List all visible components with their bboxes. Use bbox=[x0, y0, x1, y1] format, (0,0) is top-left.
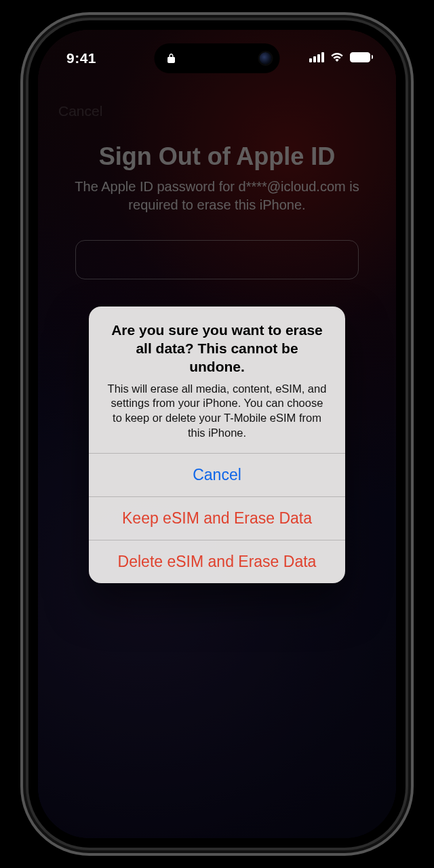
side-button-power bbox=[408, 231, 414, 312]
side-button-volume-down bbox=[20, 278, 26, 332]
device-frame: Cancel Sign Out of Apple ID The Apple ID… bbox=[28, 20, 406, 848]
keep-esim-erase-button[interactable]: Keep eSIM and Erase Data bbox=[89, 496, 345, 540]
delete-esim-erase-button[interactable]: Delete eSIM and Erase Data bbox=[89, 540, 345, 583]
wifi-icon bbox=[330, 52, 344, 62]
battery-icon bbox=[350, 52, 374, 62]
sheet-header: Are you sure you want to erase all data?… bbox=[89, 307, 345, 453]
side-button-silence bbox=[20, 156, 26, 183]
lock-icon bbox=[164, 51, 179, 66]
screen: Cancel Sign Out of Apple ID The Apple ID… bbox=[38, 30, 396, 838]
status-indicators bbox=[309, 52, 374, 62]
erase-confirmation-sheet: Are you sure you want to erase all data?… bbox=[89, 307, 345, 583]
camera-icon bbox=[260, 52, 272, 64]
sheet-title: Are you sure you want to erase all data?… bbox=[106, 321, 328, 376]
status-time: 9:41 bbox=[66, 50, 96, 66]
dynamic-island bbox=[155, 43, 280, 73]
cancel-button[interactable]: Cancel bbox=[89, 453, 345, 496]
side-button-volume-up bbox=[20, 210, 26, 264]
cellular-signal-icon bbox=[309, 52, 324, 62]
sheet-message: This will erase all media, content, eSIM… bbox=[106, 382, 328, 441]
